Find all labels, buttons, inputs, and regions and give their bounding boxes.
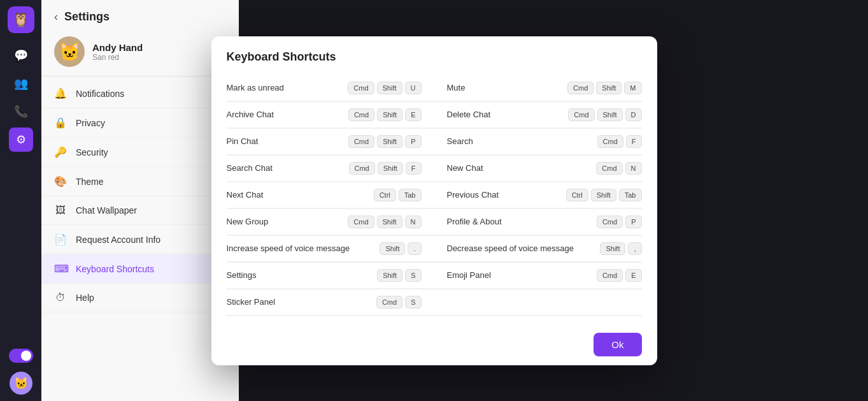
menu-item-notifications[interactable]: 🔔 Notifications bbox=[41, 79, 239, 108]
shortcut-delete-chat: Delete Chat Cmd Shift D bbox=[434, 102, 642, 128]
shortcut-label-emoji-panel: Emoji Panel bbox=[447, 270, 593, 280]
keys-new-group: Cmd Shift N bbox=[348, 215, 421, 228]
keys-new-chat: Cmd N bbox=[596, 162, 641, 175]
key-u: U bbox=[405, 82, 422, 94]
shortcut-label-previous-chat: Previous Chat bbox=[447, 190, 562, 200]
profile-row: 🐱 Andy Hand San red bbox=[41, 30, 239, 77]
keys-settings: Shift S bbox=[377, 269, 421, 282]
back-button[interactable]: ‹ bbox=[54, 10, 58, 24]
shortcut-settings: Settings Shift S bbox=[227, 263, 434, 289]
settings-panel: ‹ Settings 🐱 Andy Hand San red 🔔 Notific… bbox=[41, 0, 239, 401]
account-info-icon: 📄 bbox=[54, 233, 67, 245]
keys-search-chat: Cmd Shift F bbox=[349, 162, 422, 175]
settings-title: Settings bbox=[64, 10, 110, 24]
shortcut-label-mute: Mute bbox=[447, 83, 564, 92]
menu-label-keyboard-shortcuts: Keyboard Shortcuts bbox=[76, 264, 154, 274]
profile-info: Andy Hand San red bbox=[92, 42, 143, 62]
shortcut-mute: Mute Cmd Shift M bbox=[434, 75, 642, 101]
icon-strip: 🦉 💬 👥 📞 ⚙ 🐱 bbox=[0, 0, 41, 401]
ok-button[interactable]: Ok bbox=[594, 333, 641, 356]
shortcut-label-new-group: New Group bbox=[227, 217, 345, 226]
shortcut-sticker-panel: Sticker Panel Cmd S bbox=[227, 289, 434, 316]
shortcut-emoji-panel: Emoji Panel Cmd E bbox=[434, 263, 642, 289]
menu-item-theme[interactable]: 🎨 Theme bbox=[41, 167, 239, 196]
shortcut-new-group: New Group Cmd Shift N bbox=[227, 209, 434, 235]
menu-item-account-info[interactable]: 📄 Request Account Info bbox=[41, 225, 239, 254]
contacts-nav-icon[interactable]: 👥 bbox=[9, 71, 33, 96]
keys-profile-about: Cmd P bbox=[597, 215, 642, 228]
shortcut-pin-chat: Pin Chat Cmd Shift P bbox=[227, 129, 434, 155]
modal-title: Keyboard Shortcuts bbox=[211, 36, 657, 73]
keys-pin-chat: Cmd Shift P bbox=[348, 135, 422, 148]
shortcut-search: Search Cmd F bbox=[434, 129, 642, 155]
shortcut-previous-chat: Previous Chat Ctrl Shift Tab bbox=[434, 182, 642, 208]
shortcut-label-pin-chat: Pin Chat bbox=[227, 136, 345, 146]
shortcut-label-mark-unread: Mark as unread bbox=[227, 83, 345, 92]
menu-label-theme: Theme bbox=[76, 177, 104, 187]
keyboard-shortcuts-icon: ⌨ bbox=[54, 263, 67, 275]
shortcut-label-delete-chat: Delete Chat bbox=[447, 110, 565, 119]
shortcut-search-chat: Search Chat Cmd Shift F bbox=[227, 156, 434, 182]
menu-item-help[interactable]: ⏱ Help bbox=[41, 284, 239, 312]
keys-previous-chat: Ctrl Shift Tab bbox=[566, 189, 642, 201]
shortcut-decrease-speed: Decrease speed of voice message Shift , bbox=[434, 236, 642, 262]
shortcut-label-settings: Settings bbox=[227, 270, 374, 280]
shortcut-label-search: Search bbox=[447, 136, 594, 146]
menu-label-help: Help bbox=[76, 293, 94, 303]
menu-label-notifications: Notifications bbox=[76, 89, 124, 99]
key-shift: Shift bbox=[377, 82, 402, 94]
profile-avatar: 🐱 bbox=[54, 36, 85, 67]
menu-item-wallpaper[interactable]: 🖼 Chat Wallpaper bbox=[41, 196, 239, 225]
settings-nav-icon[interactable]: ⚙ bbox=[9, 128, 33, 152]
keys-search: Cmd F bbox=[597, 135, 642, 148]
help-icon: ⏱ bbox=[54, 292, 67, 303]
keys-increase-speed: Shift . bbox=[380, 242, 421, 255]
chat-nav-icon[interactable]: 💬 bbox=[9, 43, 33, 68]
app-logo: 🦉 bbox=[8, 6, 34, 33]
shortcut-next-chat: Next Chat Ctrl Tab bbox=[227, 182, 434, 208]
shortcut-label-archive-chat: Archive Chat bbox=[227, 110, 345, 119]
menu-item-keyboard-shortcuts[interactable]: ⌨ Keyboard Shortcuts bbox=[41, 254, 239, 284]
theme-toggle[interactable] bbox=[9, 349, 33, 363]
menu-item-privacy[interactable]: 🔒 Privacy bbox=[41, 108, 239, 138]
menu-label-account-info: Request Account Info bbox=[76, 235, 160, 245]
shortcut-label-decrease-speed: Decrease speed of voice message bbox=[447, 244, 597, 253]
keys-decrease-speed: Shift , bbox=[600, 242, 641, 255]
shortcut-new-chat: New Chat Cmd N bbox=[434, 156, 642, 182]
keys-delete-chat: Cmd Shift D bbox=[568, 108, 641, 121]
menu-item-security[interactable]: 🔑 Security bbox=[41, 138, 239, 167]
shortcut-label-new-chat: New Chat bbox=[447, 163, 593, 173]
shortcut-label-search-chat: Search Chat bbox=[227, 163, 345, 173]
shortcut-label-sticker-panel: Sticker Panel bbox=[227, 297, 373, 307]
shortcut-increase-speed: Increase speed of voice message Shift . bbox=[227, 236, 434, 262]
menu-label-privacy: Privacy bbox=[76, 118, 105, 128]
theme-icon: 🎨 bbox=[54, 175, 67, 187]
shortcut-profile-about: Profile & About Cmd P bbox=[434, 209, 642, 235]
menu-label-wallpaper: Chat Wallpaper bbox=[76, 205, 137, 215]
shortcut-label-increase-speed: Increase speed of voice message bbox=[227, 244, 376, 253]
modal-body: Mark as unread Cmd Shift U Mute Cmd Shif… bbox=[211, 73, 657, 324]
shortcut-label-profile-about: Profile & About bbox=[447, 217, 593, 226]
shortcut-empty bbox=[434, 289, 642, 316]
notifications-icon: 🔔 bbox=[54, 87, 67, 99]
keyboard-shortcuts-modal: Keyboard Shortcuts Mark as unread Cmd Sh… bbox=[211, 36, 657, 365]
calls-nav-icon[interactable]: 📞 bbox=[9, 99, 33, 124]
shortcut-archive-chat: Archive Chat Cmd Shift E bbox=[227, 102, 434, 128]
shortcut-label-next-chat: Next Chat bbox=[227, 190, 370, 200]
keys-emoji-panel: Cmd E bbox=[597, 269, 642, 282]
key-cmd: Cmd bbox=[348, 82, 374, 94]
menu-label-security: Security bbox=[76, 147, 108, 157]
security-icon: 🔑 bbox=[54, 146, 67, 158]
wallpaper-icon: 🖼 bbox=[54, 205, 67, 216]
shortcut-mark-unread: Mark as unread Cmd Shift U bbox=[227, 75, 434, 101]
profile-name: Andy Hand bbox=[92, 42, 143, 53]
user-avatar-bottom[interactable]: 🐱 bbox=[10, 372, 32, 395]
modal-footer: Ok bbox=[211, 324, 657, 365]
profile-status: San red bbox=[92, 53, 143, 62]
keys-mute: Cmd Shift M bbox=[567, 82, 641, 94]
keys-archive-chat: Cmd Shift E bbox=[348, 108, 422, 121]
keys-next-chat: Ctrl Tab bbox=[374, 189, 422, 201]
settings-header: ‹ Settings bbox=[41, 0, 239, 30]
keys-mark-unread: Cmd Shift U bbox=[348, 82, 421, 94]
keys-sticker-panel: Cmd S bbox=[376, 296, 422, 309]
